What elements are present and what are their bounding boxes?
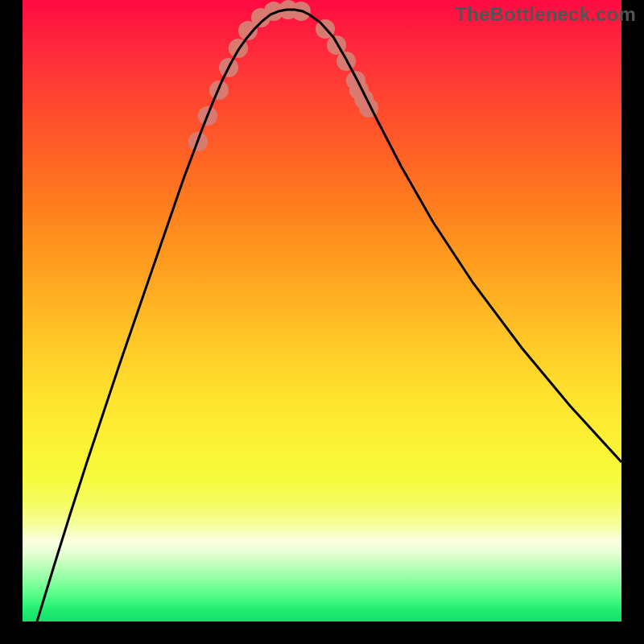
watermark-text: TheBottleneck.com	[455, 3, 636, 26]
marker-group	[188, 0, 378, 151]
chart-plot-area	[23, 0, 621, 621]
chart-svg	[23, 0, 621, 621]
bottleneck-curve-path	[37, 10, 621, 621]
